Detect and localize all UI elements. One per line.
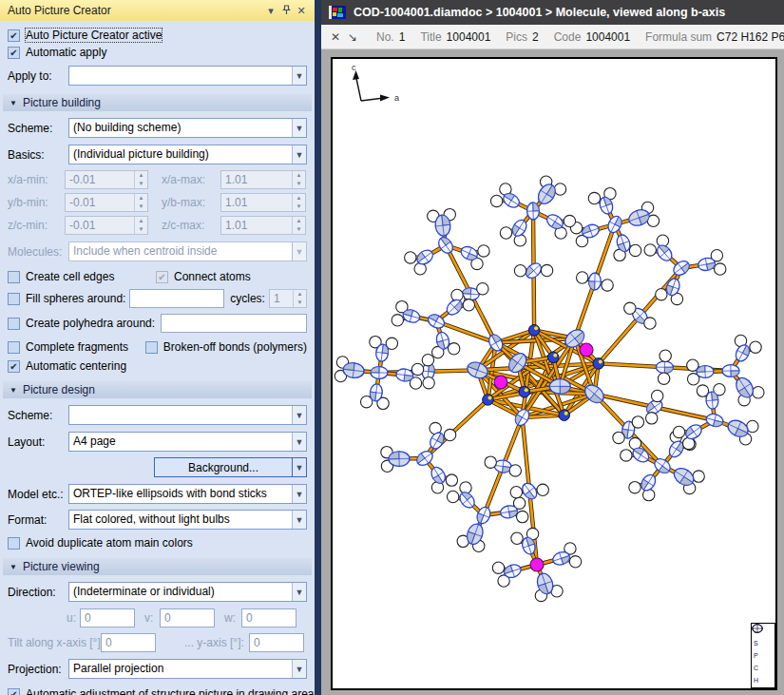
cycles-spinner[interactable]: 1 ▲▼ bbox=[269, 289, 307, 308]
collapse-icon: ▼ bbox=[10, 99, 17, 107]
panel-titlebar: Auto Picture Creator ▾ ✕ bbox=[0, 0, 315, 21]
yb-min-label: y/b-min: bbox=[8, 196, 65, 209]
projection-label: Projection: bbox=[8, 663, 68, 676]
legend-item-C: C bbox=[752, 662, 774, 674]
projection-combobox[interactable]: Parallel projection ▼ bbox=[68, 659, 307, 679]
close-document-icon[interactable]: ✕ bbox=[327, 30, 344, 44]
tilt-y-field[interactable]: 0 bbox=[249, 633, 304, 652]
v-label: v: bbox=[144, 611, 158, 625]
chevron-down-icon: ▼ bbox=[292, 242, 306, 261]
chevron-down-icon[interactable]: ▼ bbox=[292, 485, 306, 503]
layout-label: Layout: bbox=[8, 435, 68, 449]
broken-off-bonds-checkbox[interactable] bbox=[145, 341, 158, 354]
background-button[interactable]: Background... ▼ bbox=[154, 457, 307, 477]
molecule-drawing[interactable]: ca bbox=[333, 59, 775, 688]
automatic-adjustment-checkbox[interactable] bbox=[8, 688, 20, 695]
chevron-down-icon[interactable]: ▼ bbox=[292, 119, 306, 137]
chevron-down-icon[interactable]: ▼ bbox=[292, 433, 306, 451]
chevron-down-icon[interactable]: ▼ bbox=[292, 511, 306, 529]
format-label: Format: bbox=[8, 513, 68, 527]
direction-label: Direction: bbox=[8, 586, 68, 599]
structure-picture[interactable]: ca WSPCH bbox=[331, 57, 777, 690]
w-field[interactable]: 0 bbox=[241, 608, 296, 627]
panel-title: Auto Picture Creator bbox=[8, 4, 263, 17]
spinner-arrows[interactable]: ▲▼ bbox=[134, 217, 147, 234]
direction-combobox[interactable]: (Indeterminate or individual) ▼ bbox=[68, 582, 307, 602]
yb-max-spinner[interactable]: 1.01 ▲▼ bbox=[220, 193, 306, 212]
pin-icon[interactable] bbox=[278, 5, 294, 17]
toolbar-field: No.1 bbox=[376, 30, 405, 44]
create-polyhedra-label: Create polyhedra around: bbox=[26, 317, 155, 330]
layout-combobox[interactable]: A4 page ▼ bbox=[68, 432, 307, 452]
model-combobox[interactable]: ORTEP-like ellipsoids with bond sticks ▼ bbox=[68, 484, 307, 504]
create-polyhedra-checkbox[interactable] bbox=[8, 318, 20, 330]
building-scheme-combobox[interactable]: (No building scheme) ▼ bbox=[68, 118, 307, 138]
toolbar-field: Title1004001 bbox=[420, 30, 490, 44]
spinner-arrows[interactable]: ▲▼ bbox=[134, 194, 147, 211]
design-scheme-label: Scheme: bbox=[8, 409, 68, 422]
section-picture-design[interactable]: ▼ Picture design bbox=[3, 381, 312, 398]
collapse-icon: ▼ bbox=[10, 563, 17, 571]
drawing-area: ca WSPCH bbox=[321, 49, 784, 695]
svg-text:c: c bbox=[352, 63, 356, 72]
zc-min-label: z/c-min: bbox=[8, 219, 65, 232]
tilt-x-field[interactable]: 0 bbox=[101, 633, 156, 652]
format-combobox[interactable]: Flat colored, without light bulbs ▼ bbox=[68, 510, 307, 530]
panel-splitter[interactable] bbox=[315, 0, 321, 695]
chevron-down-icon[interactable]: ▼ bbox=[292, 660, 306, 678]
tilt-y-label: ... y-axis [°]: bbox=[184, 636, 245, 649]
legend-item-H: H bbox=[752, 674, 774, 686]
spinner-arrows[interactable]: ▲▼ bbox=[292, 194, 305, 211]
basics-combobox[interactable]: (Individual picture building) ▼ bbox=[68, 145, 307, 164]
apply-to-label: Apply to: bbox=[8, 69, 68, 83]
u-label: u: bbox=[8, 611, 76, 625]
arrow-down-right-icon[interactable]: ↘ bbox=[344, 30, 361, 44]
create-cell-edges-checkbox[interactable] bbox=[8, 271, 20, 283]
auto-picture-creator-panel: Auto Picture Creator ▾ ✕ Auto Picture Cr… bbox=[0, 0, 315, 695]
molecules-combobox: Include when centroid inside ▼ bbox=[68, 241, 307, 261]
fill-spheres-input[interactable] bbox=[129, 289, 224, 308]
close-icon[interactable]: ✕ bbox=[294, 5, 309, 17]
section-picture-viewing[interactable]: ▼ Picture viewing bbox=[3, 558, 312, 575]
cycles-label: cycles: bbox=[230, 292, 265, 305]
panel-menu-icon[interactable]: ▾ bbox=[263, 5, 278, 17]
document-window: COD-1004001.diamdoc > 1004001 > Molecule… bbox=[321, 0, 784, 695]
chevron-down-icon[interactable]: ▼ bbox=[292, 67, 306, 85]
document-title: COD-1004001.diamdoc > 1004001 > Molecule… bbox=[354, 6, 725, 19]
atom-color-icon bbox=[752, 624, 763, 633]
avoid-duplicate-colors-checkbox[interactable] bbox=[8, 537, 20, 550]
u-field[interactable]: 0 bbox=[80, 608, 135, 627]
create-polyhedra-input[interactable] bbox=[161, 314, 307, 333]
toolbar-field: Formula sumC72 H162 P6 S8 W6 bbox=[645, 30, 784, 44]
section-picture-building[interactable]: ▼ Picture building bbox=[3, 94, 312, 111]
apc-active-checkbox[interactable] bbox=[8, 29, 20, 42]
xa-min-label: x/a-min: bbox=[8, 173, 65, 186]
document-toolbar: ✕ ↘ No.1Title1004001Pics2Code1004001Form… bbox=[321, 25, 784, 49]
chevron-down-icon[interactable]: ▼ bbox=[292, 583, 306, 601]
spinner-arrows[interactable]: ▲▼ bbox=[292, 217, 305, 234]
connect-atoms-label: Connect atoms bbox=[174, 270, 307, 283]
automatic-centering-checkbox[interactable] bbox=[8, 360, 20, 373]
chevron-down-icon[interactable]: ▼ bbox=[292, 145, 306, 164]
fill-spheres-checkbox[interactable] bbox=[8, 293, 20, 305]
yb-min-spinner[interactable]: -0.01 ▲▼ bbox=[65, 193, 148, 212]
spinner-arrows[interactable]: ▲▼ bbox=[292, 171, 305, 188]
design-scheme-combobox[interactable]: ▼ bbox=[68, 405, 307, 425]
apply-to-combobox[interactable]: ▼ bbox=[68, 66, 307, 86]
basics-label: Basics: bbox=[8, 148, 68, 162]
complete-fragments-checkbox[interactable] bbox=[8, 341, 20, 354]
zc-max-spinner[interactable]: 1.01 ▲▼ bbox=[220, 216, 306, 235]
complete-fragments-label: Complete fragments bbox=[26, 340, 128, 354]
spinner-arrows[interactable]: ▲▼ bbox=[134, 171, 147, 188]
molecules-label: Molecules: bbox=[8, 245, 68, 259]
atom-legend: WSPCH bbox=[751, 623, 775, 688]
document-titlebar[interactable]: COD-1004001.diamdoc > 1004001 > Molecule… bbox=[321, 0, 784, 25]
zc-min-spinner[interactable]: -0.01 ▲▼ bbox=[65, 216, 148, 235]
spinner-arrows[interactable]: ▲▼ bbox=[293, 290, 306, 307]
chevron-down-icon[interactable]: ▼ bbox=[292, 406, 306, 424]
xa-max-spinner[interactable]: 1.01 ▲▼ bbox=[220, 170, 306, 189]
automatic-apply-checkbox[interactable] bbox=[8, 47, 20, 59]
chevron-down-icon[interactable]: ▼ bbox=[293, 457, 307, 477]
v-field[interactable]: 0 bbox=[160, 608, 215, 627]
xa-min-spinner[interactable]: -0.01 ▲▼ bbox=[65, 170, 148, 189]
